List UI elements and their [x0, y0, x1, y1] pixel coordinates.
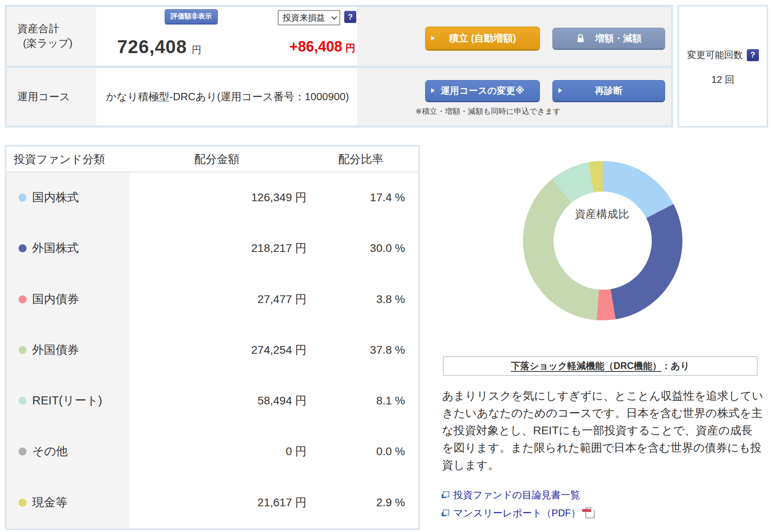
asset-total-label: 資産合計 (楽ラップ): [7, 7, 96, 66]
table-row: REIT(リート) 58,494 円 8.1 %: [6, 375, 418, 426]
allocation-amount: 126,349 円: [127, 190, 306, 205]
hide-valuation-button[interactable]: 評価額非表示: [165, 9, 218, 24]
profit-loss-help-icon[interactable]: ?: [344, 11, 356, 23]
total-asset-value: 726,408円: [117, 36, 201, 58]
drc-feature-title: 下落ショック軽減機能（DRC機能）: [511, 360, 661, 372]
drc-feature-box: 下落ショック軽減機能（DRC機能）：あり: [443, 356, 758, 376]
category-label: 現金等: [32, 495, 67, 511]
changes-remaining-row: 変更可能回数 ?: [679, 49, 767, 61]
tsumitate-button-label: 積立 (自動増額): [449, 32, 516, 45]
lock-icon: [576, 33, 585, 43]
changes-remaining-value: 12 回: [679, 73, 767, 86]
allocation-amount: 218,217 円: [127, 241, 306, 256]
allocation-amount: 274,254 円: [127, 342, 306, 358]
prospectus-link[interactable]: 投資ファンドの目論見書一覧: [442, 486, 595, 504]
profit-loss-select[interactable]: 投資来損益: [278, 10, 340, 25]
asset-actions-cell: 積立 (自動増額) 増額・減額: [357, 7, 671, 66]
table-row: 現金等 21,617 円 2.9 %: [6, 477, 418, 528]
allocation-ratio: 0.0 %: [306, 445, 405, 458]
profit-loss-amount: +86,408: [289, 38, 342, 55]
category-color-dot: [19, 447, 27, 456]
monthly-report-link[interactable]: マンスリーレポート（PDF）: [442, 504, 595, 522]
asset-summary-panel: 資産合計 (楽ラップ) 評価額非表示 726,408円 投資来損益 ? +86,…: [5, 5, 673, 128]
chevron-down-icon: [331, 14, 337, 20]
category-color-dot: [19, 295, 27, 303]
category-label: 外国債券: [32, 342, 79, 358]
column-header-amount: 配分金額: [127, 146, 306, 172]
course-description: あまりリスクを気にしすぎずに、とことん収益性を追求していきたいあなたのためのコー…: [442, 387, 763, 474]
category-label: 国内債券: [32, 291, 79, 307]
course-value: かなり積極型-DRCあり(運用コース番号：1000900): [106, 68, 349, 126]
change-course-button[interactable]: 運用コースの変更※: [425, 80, 540, 101]
asset-total-label-line1: 資産合計: [17, 21, 96, 36]
allocation-ratio: 3.8 %: [306, 293, 405, 306]
table-row: 外国債券 274,254 円 37.8 %: [6, 325, 418, 375]
profit-loss-value: +86,408円: [209, 38, 355, 55]
table-row: 国内株式 126,349 円 17.4 %: [6, 172, 418, 223]
asset-total-label-line2: (楽ラップ): [17, 36, 96, 50]
arrow-right-icon: [558, 88, 562, 93]
change-course-button-label: 運用コースの変更※: [441, 85, 525, 97]
total-asset-value-cell: 評価額非表示 726,408円 投資来損益 ? +86,408円: [96, 7, 357, 66]
donut-chart: [523, 161, 682, 320]
changes-remaining-label: 変更可能回数: [687, 49, 743, 61]
allocation-table: 投資ファンド分類 配分金額 配分比率 国内株式 126,349 円 17.4 %…: [5, 145, 420, 530]
asset-composition-chart: 資産構成比: [521, 132, 682, 321]
external-window-icon: [442, 491, 449, 498]
changes-remaining-panel: 変更可能回数 ? 12 回: [678, 5, 768, 128]
profit-loss-select-value: 投資来損益: [283, 12, 325, 23]
category-color-dot: [19, 397, 27, 405]
increase-decrease-button-label: 増額・減額: [595, 32, 642, 45]
pdf-file-icon: [585, 507, 595, 518]
table-row: 外国株式 218,217 円 30.0 %: [6, 223, 418, 274]
table-row: 国内債券 27,477 円 3.8 %: [6, 274, 418, 325]
column-header-ratio: 配分比率: [312, 146, 409, 172]
allocation-ratio: 17.4 %: [306, 191, 405, 204]
simultaneous-apply-note: ※積立・増額・減額も同時に申込できます: [415, 106, 561, 117]
prospectus-link-label: 投資ファンドの目論見書一覧: [453, 489, 580, 501]
arrow-right-icon: [431, 88, 435, 93]
total-asset-unit: 円: [192, 44, 201, 55]
column-header-category: 投資ファンド分類: [14, 146, 105, 172]
document-links: 投資ファンドの目論見書一覧 マンスリーレポート（PDF）: [442, 486, 595, 522]
allocation-table-header: 投資ファンド分類 配分金額 配分比率: [6, 146, 418, 172]
category-label: REIT(リート): [32, 393, 102, 409]
category-color-dot: [19, 499, 27, 507]
monthly-report-link-label: マンスリーレポート（PDF）: [453, 507, 581, 520]
category-color-dot: [19, 194, 27, 202]
allocation-amount: 0 円: [127, 444, 306, 459]
allocation-table-body: 国内株式 126,349 円 17.4 % 外国株式 218,217 円 30.…: [6, 172, 418, 528]
external-window-icon: [442, 509, 449, 516]
tsumitate-button[interactable]: 積立 (自動増額): [425, 27, 540, 49]
profit-loss-unit: 円: [345, 42, 355, 54]
category-label: その他: [32, 443, 68, 460]
allocation-ratio: 37.8 %: [306, 344, 405, 357]
course-row: 運用コース かなり積極型-DRCあり(運用コース番号：1000900) 運用コー…: [7, 68, 671, 126]
rediagnosis-button[interactable]: 再診断: [552, 80, 665, 101]
changes-remaining-help-icon[interactable]: ?: [747, 49, 759, 61]
course-value-cell: かなり積極型-DRCあり(運用コース番号：1000900): [96, 68, 357, 126]
category-label: 国内株式: [32, 190, 79, 206]
allocation-ratio: 30.0 %: [306, 242, 405, 255]
rediagnosis-button-label: 再診断: [595, 85, 623, 97]
course-label: 運用コース: [7, 68, 96, 126]
drc-feature-status: ：あり: [661, 360, 690, 372]
table-row: その他 0 円 0.0 %: [6, 426, 418, 477]
allocation-amount: 21,617 円: [127, 495, 306, 510]
increase-decrease-button[interactable]: 増額・減額: [552, 28, 665, 49]
allocation-amount: 27,477 円: [127, 292, 306, 307]
allocation-ratio: 2.9 %: [306, 496, 405, 509]
total-asset-amount: 726,408: [117, 36, 187, 57]
donut-chart-title: 資産構成比: [521, 207, 682, 221]
category-color-dot: [19, 346, 27, 354]
allocation-ratio: 8.1 %: [306, 394, 405, 407]
arrow-right-icon: [431, 36, 435, 41]
category-color-dot: [19, 244, 27, 252]
allocation-amount: 58,494 円: [127, 393, 306, 408]
course-actions-cell: 運用コースの変更※ 再診断 ※積立・増額・減額も同時に申込できます: [357, 68, 671, 126]
category-label: 外国株式: [32, 240, 79, 256]
total-asset-row: 資産合計 (楽ラップ) 評価額非表示 726,408円 投資来損益 ? +86,…: [7, 7, 671, 66]
